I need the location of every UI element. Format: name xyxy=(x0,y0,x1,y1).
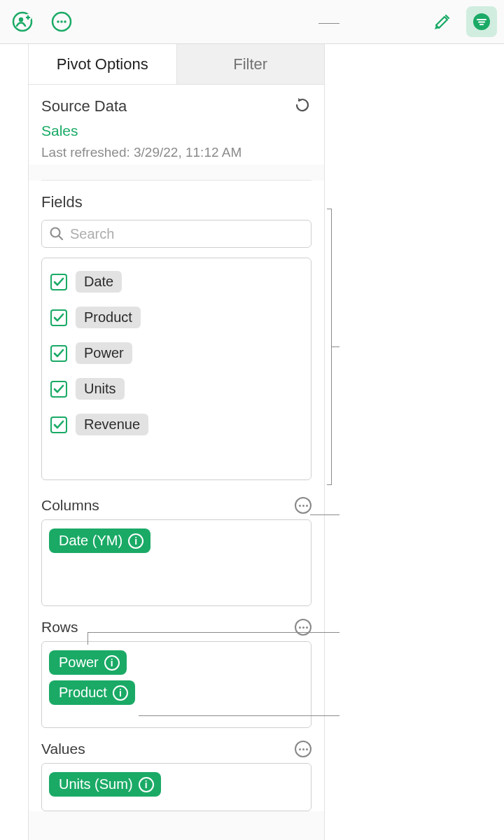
values-section: Values Units (Sum) i xyxy=(29,728,324,811)
toolbar xyxy=(0,0,504,44)
row-pill[interactable]: Product i xyxy=(49,680,135,705)
field-row[interactable]: Product xyxy=(49,304,304,331)
value-pill[interactable]: Units (Sum) i xyxy=(49,772,161,797)
fields-heading: Fields xyxy=(41,193,312,211)
organize-panel-button[interactable] xyxy=(466,6,497,37)
field-label: Revenue xyxy=(76,414,148,435)
field-label: Units xyxy=(76,378,125,400)
tab-pivot-options[interactable]: Pivot Options xyxy=(29,44,177,84)
svg-point-6 xyxy=(57,20,59,23)
fields-search[interactable] xyxy=(41,220,312,248)
values-heading: Values xyxy=(41,741,85,757)
fields-section: Fields Date Product xyxy=(29,181,324,484)
check-icon xyxy=(53,276,64,288)
check-icon xyxy=(53,384,64,395)
search-icon xyxy=(49,226,64,241)
more-icon xyxy=(50,10,73,33)
panel-tabs: Pivot Options Filter xyxy=(29,44,324,85)
check-icon xyxy=(53,419,64,430)
field-row[interactable]: Units xyxy=(49,375,304,402)
svg-point-1 xyxy=(19,18,23,22)
callout-line xyxy=(139,715,340,716)
callout-bracket xyxy=(327,209,340,485)
field-checkbox[interactable] xyxy=(50,309,67,326)
column-pill[interactable]: Date (YM) i xyxy=(49,528,150,553)
callout-line xyxy=(310,514,340,515)
more-toolbar-button[interactable] xyxy=(46,6,77,37)
info-icon[interactable]: i xyxy=(104,655,120,671)
columns-heading: Columns xyxy=(41,497,99,514)
field-label: Date xyxy=(76,271,122,293)
collaborator-add-button[interactable] xyxy=(7,6,38,37)
collaborator-add-icon xyxy=(11,10,34,33)
info-icon[interactable]: i xyxy=(139,777,154,792)
svg-line-14 xyxy=(59,236,62,239)
callout-line xyxy=(88,632,340,645)
organize-panel: Pivot Options Filter Source Data Sales L… xyxy=(28,44,325,840)
spreadsheet-sliver xyxy=(0,44,28,840)
format-brush-icon xyxy=(432,11,453,32)
field-label: Power xyxy=(76,342,132,364)
organize-icon xyxy=(472,13,491,31)
pill-label: Date (YM) xyxy=(59,533,122,549)
values-more-button[interactable] xyxy=(295,741,312,757)
refresh-button[interactable] xyxy=(293,96,312,117)
source-refreshed-text: Last refreshed: 3/29/22, 11:12 AM xyxy=(41,145,312,160)
columns-dropzone[interactable]: Date (YM) i xyxy=(41,519,312,606)
pill-label: Units (Sum) xyxy=(59,776,133,792)
source-data-heading: Source Data xyxy=(41,97,127,115)
row-pill[interactable]: Power i xyxy=(49,650,127,675)
pill-label: Power xyxy=(59,654,99,671)
rows-heading: Rows xyxy=(41,619,78,636)
tab-filter[interactable]: Filter xyxy=(177,44,325,84)
field-row[interactable]: Date xyxy=(49,268,304,295)
field-label: Product xyxy=(76,307,141,328)
check-icon xyxy=(53,312,64,323)
format-brush-button[interactable] xyxy=(427,6,458,37)
field-checkbox[interactable] xyxy=(50,345,67,362)
info-icon[interactable]: i xyxy=(128,533,144,549)
info-icon[interactable]: i xyxy=(113,685,128,701)
rows-section: Rows Power i Product i xyxy=(29,606,324,728)
columns-section: Columns Date (YM) i xyxy=(29,484,324,606)
refresh-icon xyxy=(293,96,312,114)
source-table-link[interactable]: Sales xyxy=(41,122,312,139)
callout-line xyxy=(318,23,340,24)
svg-point-7 xyxy=(60,20,63,23)
columns-more-button[interactable] xyxy=(295,497,312,514)
values-dropzone[interactable]: Units (Sum) i xyxy=(41,763,312,811)
field-checkbox[interactable] xyxy=(50,381,67,398)
check-icon xyxy=(53,348,64,359)
pill-label: Product xyxy=(59,685,107,701)
search-input[interactable] xyxy=(70,226,304,242)
svg-point-8 xyxy=(64,20,66,23)
field-row[interactable]: Power xyxy=(49,340,304,367)
field-checkbox[interactable] xyxy=(50,274,67,290)
field-checkbox[interactable] xyxy=(50,416,67,433)
fields-list: Date Product Power Units xyxy=(41,258,312,480)
field-row[interactable]: Revenue xyxy=(49,411,304,438)
